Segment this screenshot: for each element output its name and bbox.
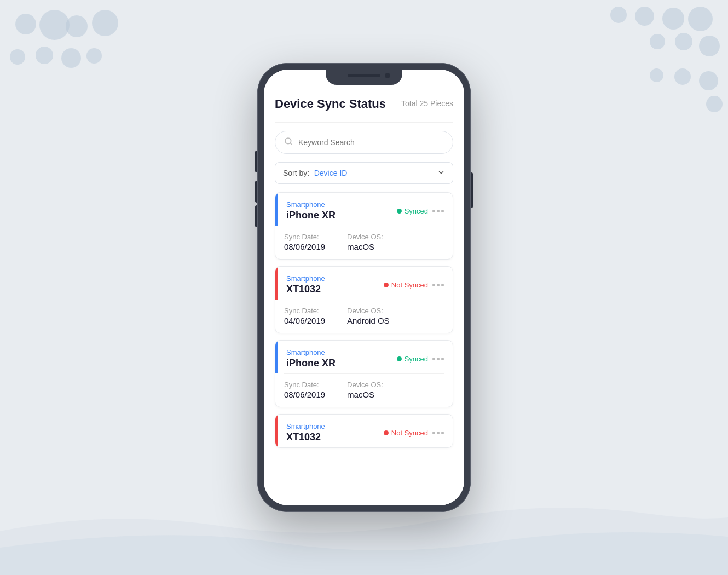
- phone-mockup: Device Sync Status Total 25 Pieces: [257, 63, 471, 512]
- device-os-group: Device OS: macOS: [347, 381, 383, 399]
- search-input[interactable]: [298, 138, 444, 147]
- sync-date-label: Sync Date:: [284, 307, 325, 315]
- more-options-button-1[interactable]: [432, 210, 444, 212]
- card-bottom-2: Sync Date: 04/06/2019 Device OS: Android…: [275, 300, 453, 333]
- device-os-value: macOS: [347, 390, 383, 399]
- device-name-1: iPhone XR: [286, 210, 336, 221]
- device-os-label: Device OS:: [347, 233, 383, 241]
- more-dot: [441, 210, 444, 212]
- device-name-3: iPhone XR: [286, 358, 336, 369]
- page-header: Device Sync Status Total 25 Pieces: [275, 91, 453, 123]
- more-dot: [441, 284, 444, 286]
- sync-date-group: Sync Date: 04/06/2019: [284, 307, 325, 325]
- more-dot: [441, 432, 444, 434]
- more-dot: [432, 210, 435, 212]
- device-card: Smartphone XT1032 Not Synced: [275, 414, 453, 448]
- device-card: Smartphone iPhone XR Synced: [275, 340, 453, 407]
- status-dot-icon: [397, 209, 402, 214]
- device-type-2: Smartphone: [286, 274, 325, 283]
- svg-line-1: [290, 143, 292, 145]
- more-options-button-2[interactable]: [432, 284, 444, 286]
- chevron-down-icon: [437, 169, 445, 178]
- device-os-value: Android OS: [347, 316, 390, 325]
- status-badge-2: Not Synced: [384, 281, 428, 289]
- more-dot: [432, 284, 435, 286]
- more-dot: [441, 358, 444, 360]
- device-os-group: Device OS: Android OS: [347, 307, 390, 325]
- status-text-2: Not Synced: [391, 281, 428, 289]
- more-dot: [437, 284, 440, 286]
- card-top-3: Smartphone iPhone XR Synced: [275, 341, 453, 373]
- device-name-2: XT1032: [286, 284, 325, 295]
- sync-date-value: 04/06/2019: [284, 316, 325, 325]
- sync-date-value: 08/06/2019: [284, 390, 325, 399]
- search-icon: [284, 137, 293, 148]
- phone-notch: [326, 70, 402, 85]
- card-top-4: Smartphone XT1032 Not Synced: [275, 415, 453, 447]
- device-type-3: Smartphone: [286, 348, 336, 357]
- device-list: Smartphone iPhone XR Synced: [275, 192, 453, 448]
- sort-dropdown[interactable]: Sort by: Device ID: [275, 162, 453, 184]
- device-os-value: macOS: [347, 242, 383, 251]
- card-top-2: Smartphone XT1032 Not Synced: [275, 267, 453, 300]
- status-badge-1: Synced: [397, 207, 428, 215]
- status-dot-icon: [384, 283, 389, 288]
- header-title: Device Sync Status: [275, 97, 386, 111]
- sync-date-group: Sync Date: 08/06/2019: [284, 233, 325, 251]
- search-box[interactable]: [275, 131, 453, 154]
- more-dot: [437, 432, 440, 434]
- screen-content: Device Sync Status Total 25 Pieces: [264, 70, 464, 505]
- device-name-4: XT1032: [286, 432, 325, 443]
- status-badge-4: Not Synced: [384, 429, 428, 437]
- search-section: [275, 131, 453, 154]
- status-text-3: Synced: [405, 355, 428, 363]
- card-right-4: Not Synced: [384, 429, 444, 437]
- more-dot: [437, 210, 440, 212]
- device-type-4: Smartphone: [286, 422, 325, 430]
- sync-date-label: Sync Date:: [284, 381, 325, 389]
- sync-date-value: 08/06/2019: [284, 242, 325, 251]
- sort-label: Sort by: Device ID: [283, 168, 347, 178]
- more-options-button-3[interactable]: [432, 358, 444, 360]
- card-right-3: Synced: [397, 355, 444, 363]
- status-text-1: Synced: [405, 207, 428, 215]
- notch-speaker: [348, 74, 380, 77]
- card-right-2: Not Synced: [384, 281, 444, 289]
- device-card: Smartphone iPhone XR Synced: [275, 192, 453, 260]
- more-dot: [432, 432, 435, 434]
- more-dot: [437, 358, 440, 360]
- sort-section: Sort by: Device ID: [275, 162, 453, 184]
- device-card: Smartphone XT1032 Not Synced: [275, 266, 453, 334]
- phone-frame: Device Sync Status Total 25 Pieces: [257, 63, 471, 512]
- sync-date-label: Sync Date:: [284, 233, 325, 241]
- card-top-1: Smartphone iPhone XR Synced: [275, 193, 453, 226]
- device-os-group: Device OS: macOS: [347, 233, 383, 251]
- phone-screen: Device Sync Status Total 25 Pieces: [264, 70, 464, 505]
- status-dot-icon: [397, 357, 402, 361]
- header-total: Total 25 Pieces: [401, 97, 453, 108]
- device-os-label: Device OS:: [347, 307, 390, 315]
- device-os-label: Device OS:: [347, 381, 383, 389]
- notch-camera: [385, 73, 390, 78]
- status-badge-3: Synced: [397, 355, 428, 363]
- more-options-button-4[interactable]: [432, 432, 444, 434]
- card-right-1: Synced: [397, 207, 444, 215]
- status-text-4: Not Synced: [391, 429, 428, 437]
- card-bottom-3: Sync Date: 08/06/2019 Device OS: macOS: [275, 374, 453, 407]
- sync-date-group: Sync Date: 08/06/2019: [284, 381, 325, 399]
- more-dot: [432, 358, 435, 360]
- status-dot-icon: [384, 430, 389, 435]
- device-type-1: Smartphone: [286, 200, 336, 209]
- card-bottom-1: Sync Date: 08/06/2019 Device OS: macOS: [275, 226, 453, 259]
